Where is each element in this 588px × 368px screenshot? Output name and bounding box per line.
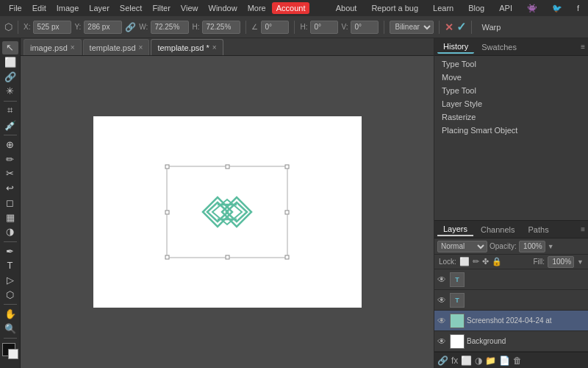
- x-input[interactable]: [33, 21, 71, 34]
- w-input[interactable]: [151, 21, 189, 34]
- tool-select-rect[interactable]: ⬜: [2, 56, 18, 69]
- confirm-transform-button[interactable]: ✓: [456, 20, 466, 34]
- menu-image[interactable]: Image: [52, 2, 84, 14]
- layers-minimize-button[interactable]: ≡: [581, 225, 585, 233]
- tool-magic-wand[interactable]: ✳: [2, 85, 18, 98]
- tool-hand[interactable]: ✋: [2, 308, 18, 321]
- handle-bc[interactable]: [225, 255, 229, 260]
- blend-mode-select[interactable]: Normal: [437, 241, 487, 252]
- tab-swatches[interactable]: Swatches: [476, 41, 523, 53]
- tool-lasso[interactable]: 🔗: [2, 70, 18, 83]
- tool-pen[interactable]: ✒: [2, 244, 18, 258]
- opacity-value[interactable]: 100%: [519, 241, 545, 252]
- tool-history-brush[interactable]: ↩: [2, 182, 18, 195]
- tab-image-psd[interactable]: image.psd ×: [24, 39, 82, 55]
- handle-tr[interactable]: [285, 165, 290, 169]
- layer-row-2[interactable]: 👁 Screenshot 2024-04-24 at: [434, 311, 588, 331]
- menu-account[interactable]: Account: [272, 2, 310, 14]
- tool-eraser[interactable]: ◻: [2, 196, 18, 209]
- menu-view[interactable]: View: [176, 2, 203, 14]
- menu-blog[interactable]: Blog: [464, 2, 489, 14]
- tab-template-psd[interactable]: template.psd ×: [83, 39, 150, 55]
- interpolation-select[interactable]: Bilinear: [390, 21, 434, 34]
- history-item-1[interactable]: Move: [434, 71, 588, 84]
- lock-transparent-icon[interactable]: ⬜: [459, 257, 470, 266]
- handle-tc[interactable]: [225, 165, 229, 169]
- lock-pixels-icon[interactable]: ✏: [473, 257, 479, 266]
- menu-edit[interactable]: Edit: [28, 2, 51, 14]
- history-minimize-button[interactable]: ≡: [581, 43, 585, 51]
- layer-eye-2[interactable]: 👁: [437, 316, 448, 326]
- tool-path[interactable]: ▷: [2, 274, 18, 287]
- menu-facebook-icon[interactable]: f: [573, 2, 584, 14]
- history-item-5[interactable]: Placing Smart Object: [434, 124, 588, 137]
- tab-history[interactable]: History: [437, 40, 474, 54]
- layer-row-3[interactable]: 👁 Background: [434, 331, 588, 352]
- layer-row-0[interactable]: 👁 T: [434, 269, 588, 290]
- delete-layer-icon[interactable]: 🗑: [513, 355, 522, 366]
- link-layers-icon[interactable]: 🔗: [437, 355, 448, 366]
- h-input[interactable]: [202, 21, 240, 34]
- tab-close-template[interactable]: ×: [139, 43, 143, 52]
- add-effect-icon[interactable]: fx: [451, 355, 458, 366]
- v-input[interactable]: [351, 21, 379, 34]
- menu-select[interactable]: Select: [115, 2, 147, 14]
- lock-position-icon[interactable]: ✤: [482, 257, 489, 266]
- opacity-dropdown-icon[interactable]: ▼: [548, 243, 554, 250]
- tool-crop[interactable]: ⌗: [2, 105, 18, 118]
- menu-file[interactable]: File: [4, 2, 26, 14]
- y-input[interactable]: [84, 21, 122, 34]
- menu-api[interactable]: API: [495, 2, 517, 14]
- history-item-2[interactable]: Type Tool: [434, 84, 588, 97]
- fill-dropdown-icon[interactable]: ▼: [577, 258, 584, 266]
- tab-template-psd-active[interactable]: template.psd * ×: [151, 39, 223, 55]
- handle-ml[interactable]: [165, 210, 170, 214]
- tool-zoom[interactable]: 🔍: [2, 322, 18, 336]
- history-item-3[interactable]: Layer Style: [434, 97, 588, 110]
- tool-text[interactable]: T: [2, 259, 18, 272]
- h2-input[interactable]: [310, 21, 338, 34]
- transform-icon[interactable]: ⬡: [4, 21, 12, 32]
- tab-layers[interactable]: Layers: [437, 223, 473, 236]
- menu-reddit-icon[interactable]: 👾: [523, 2, 542, 15]
- tool-brush[interactable]: ✏: [2, 152, 18, 166]
- tool-shape[interactable]: ⬡: [2, 288, 18, 301]
- menu-filter[interactable]: Filter: [148, 2, 174, 14]
- history-item-4[interactable]: Rasterize: [434, 110, 588, 124]
- tab-channels[interactable]: Channels: [475, 224, 520, 236]
- handle-br[interactable]: [285, 255, 290, 260]
- tool-heal[interactable]: ⊕: [2, 138, 18, 152]
- layer-eye-3[interactable]: 👁: [437, 336, 448, 347]
- menu-window[interactable]: Window: [204, 2, 242, 14]
- tool-clone[interactable]: ✂: [2, 167, 18, 180]
- background-color[interactable]: [8, 349, 18, 359]
- new-layer-icon[interactable]: 📄: [499, 355, 510, 366]
- history-item-0[interactable]: Type Tool: [434, 57, 588, 71]
- layer-row-1[interactable]: 👁 T: [434, 290, 588, 311]
- tab-paths[interactable]: Paths: [523, 224, 555, 236]
- menu-about[interactable]: About: [331, 2, 362, 14]
- tool-move[interactable]: ↖: [2, 41, 18, 54]
- layer-eye-1[interactable]: 👁: [437, 295, 448, 305]
- tab-close-active[interactable]: ×: [212, 43, 217, 52]
- tool-dodge[interactable]: ◑: [2, 225, 18, 238]
- handle-tl[interactable]: [165, 165, 170, 169]
- layer-eye-0[interactable]: 👁: [437, 275, 448, 285]
- lock-all-icon[interactable]: 🔒: [492, 257, 502, 266]
- tool-eyedropper[interactable]: 💉: [2, 118, 18, 132]
- menu-twitter-icon[interactable]: 🐦: [548, 2, 567, 15]
- tool-gradient[interactable]: ▦: [2, 210, 18, 224]
- menu-more[interactable]: More: [243, 2, 270, 14]
- create-adjustment-icon[interactable]: ◑: [475, 355, 482, 366]
- new-group-icon[interactable]: 📁: [485, 355, 496, 366]
- handle-bl[interactable]: [165, 255, 170, 260]
- cancel-transform-button[interactable]: ✕: [445, 21, 453, 33]
- menu-layer[interactable]: Layer: [85, 2, 114, 14]
- fill-value[interactable]: 100%: [548, 256, 574, 268]
- menu-report-bug[interactable]: Report a bug: [367, 2, 423, 14]
- add-mask-icon[interactable]: ⬜: [461, 355, 472, 366]
- angle-input[interactable]: [261, 21, 289, 34]
- handle-mr[interactable]: [285, 210, 290, 214]
- menu-learn[interactable]: Learn: [429, 2, 458, 14]
- tab-close-image[interactable]: ×: [71, 43, 75, 52]
